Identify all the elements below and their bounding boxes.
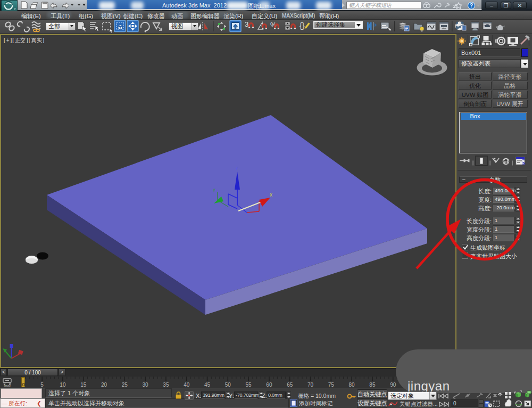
svg-text:{}: {} [300,21,305,30]
svg-text:90: 90 [390,382,396,388]
svg-text:z: z [236,165,238,170]
svg-text:85: 85 [369,382,376,388]
svg-text:20: 20 [101,382,107,388]
svg-text:15: 15 [80,382,87,388]
svg-text:25: 25 [122,382,128,388]
svg-text:50: 50 [225,382,231,388]
svg-text:80: 80 [349,382,355,388]
svg-text:?: ? [470,3,473,9]
svg-text:70: 70 [307,382,314,388]
svg-text:40: 40 [184,382,190,388]
svg-text:75: 75 [328,382,335,388]
svg-text:60: 60 [266,382,272,388]
svg-text:10: 10 [60,382,66,388]
svg-text:MMM: MMM [4,385,11,388]
svg-text:35: 35 [163,382,169,388]
svg-text:30: 30 [143,382,149,388]
svg-text:65: 65 [287,382,293,388]
svg-text:55: 55 [246,382,252,388]
svg-text:y: y [213,187,215,192]
svg-text:5: 5 [40,382,44,388]
svg-text:x: x [270,192,272,198]
svg-text:3: 3 [245,20,248,28]
svg-text:45: 45 [204,382,211,388]
